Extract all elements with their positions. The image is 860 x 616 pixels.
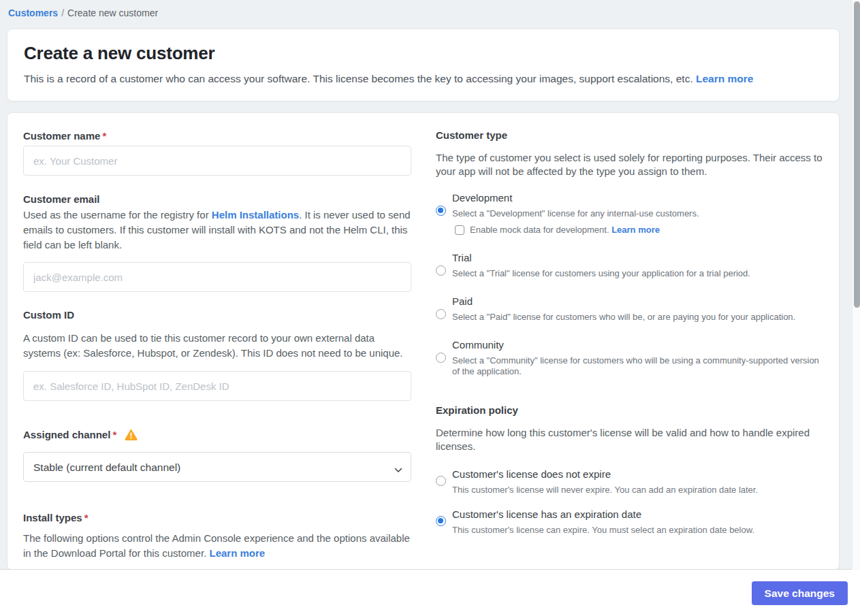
header-learn-more-link[interactable]: Learn more [696, 73, 753, 84]
customer-type-option-community: Community Select a "Community" license f… [436, 339, 827, 377]
community-description: Select a "Community" license for custome… [452, 355, 827, 377]
customer-email-input[interactable] [23, 262, 411, 292]
scrollbar-track[interactable] [852, 0, 860, 570]
no-expire-label: Customer's license does not expire [452, 468, 758, 480]
expiration-policy-heading: Expiration policy [436, 404, 827, 416]
breadcrumb: Customers/Create new customer [0, 0, 860, 29]
custom-id-input[interactable] [23, 371, 411, 401]
customer-email-description: Used as the username for the registry fo… [23, 208, 411, 253]
mock-data-row: Enable mock data for development. Learn … [455, 225, 699, 235]
customer-type-option-paid: Paid Select a "Paid" license for custome… [436, 295, 827, 323]
page-description: This is a record of a customer who can a… [24, 73, 823, 85]
community-radio[interactable] [436, 353, 446, 363]
assigned-channel-required-asterisk: * [112, 429, 116, 440]
custom-id-label: Custom ID [23, 309, 411, 321]
helm-installations-link[interactable]: Helm Installations [212, 209, 299, 221]
install-types-label-text: Install types [23, 512, 82, 523]
mock-data-label-text: Enable mock data for development. [470, 225, 609, 235]
form-right-column: Customer type The type of customer you s… [436, 125, 827, 557]
mock-data-label: Enable mock data for development. Learn … [470, 225, 660, 235]
mock-data-learn-more-link[interactable]: Learn more [611, 225, 660, 235]
customer-email-description-before: Used as the username for the registry fo… [23, 209, 212, 221]
page-description-text: This is a record of a customer who can a… [24, 73, 693, 84]
footer-save-bar: Save changes [0, 569, 860, 616]
no-expire-description: This customer's license will never expir… [452, 485, 758, 495]
install-types-required-asterisk: * [84, 512, 89, 523]
form-card: Customer name* Customer email Used as th… [7, 112, 840, 570]
breadcrumb-customers-link[interactable]: Customers [8, 7, 58, 18]
customer-type-heading: Customer type [436, 129, 827, 141]
save-changes-button[interactable]: Save changes [752, 581, 848, 605]
customer-name-label-text: Customer name [23, 130, 100, 142]
customer-type-option-trial: Trial Select a "Trial" license for custo… [436, 252, 827, 279]
community-label: Community [452, 339, 827, 351]
paid-radio[interactable] [436, 309, 446, 319]
customer-type-description: The type of customer you select is used … [436, 151, 827, 178]
install-types-learn-more-link[interactable]: Learn more [209, 547, 265, 559]
custom-id-description: A custom ID can be used to tie this cust… [23, 331, 411, 361]
breadcrumb-current: Create new customer [67, 7, 158, 18]
page-title: Create a new customer [24, 43, 823, 64]
customer-name-required-asterisk: * [102, 130, 106, 142]
paid-label: Paid [452, 295, 795, 307]
assigned-channel-select[interactable]: Stable (current default channel) [23, 452, 411, 482]
trial-label: Trial [452, 252, 750, 263]
customer-type-option-development: Development Select a "Development" licen… [436, 192, 827, 235]
has-expiration-description: This customer's license can expire. You … [452, 525, 754, 535]
trial-radio[interactable] [436, 265, 446, 276]
has-expiration-radio[interactable] [436, 516, 446, 526]
customer-email-label: Customer email [23, 193, 411, 205]
paid-description: Select a "Paid" license for customers wh… [452, 312, 795, 323]
warning-icon [125, 429, 138, 442]
install-types-description: The following options control the Admin … [23, 531, 411, 561]
development-radio[interactable] [436, 206, 446, 216]
expiration-option-no-expire: Customer's license does not expire This … [436, 468, 827, 495]
customer-name-input[interactable] [23, 146, 411, 176]
install-types-label: Install types* [23, 512, 411, 523]
expiration-option-has-date: Customer's license has an expiration dat… [436, 508, 827, 535]
enable-mock-data-checkbox[interactable] [455, 225, 464, 235]
assigned-channel-select-wrap: Stable (current default channel) [23, 452, 411, 482]
assigned-channel-label-text: Assigned channel [23, 429, 110, 440]
assigned-channel-label: Assigned channel* [23, 429, 411, 442]
development-label: Development [452, 192, 699, 204]
form-left-column: Customer name* Customer email Used as th… [23, 125, 411, 557]
has-expiration-label: Customer's license has an expiration dat… [452, 508, 754, 520]
scrollbar-thumb[interactable] [854, 1, 860, 308]
customer-name-label: Customer name* [23, 130, 411, 142]
development-description: Select a "Development" license for any i… [452, 208, 699, 219]
expiration-policy-description: Determine how long this customer's licen… [436, 426, 827, 453]
breadcrumb-separator: / [58, 7, 67, 18]
header-card: Create a new customer This is a record o… [7, 29, 840, 101]
no-expire-radio[interactable] [436, 476, 446, 486]
trial-description: Select a "Trial" license for customers u… [452, 268, 750, 279]
